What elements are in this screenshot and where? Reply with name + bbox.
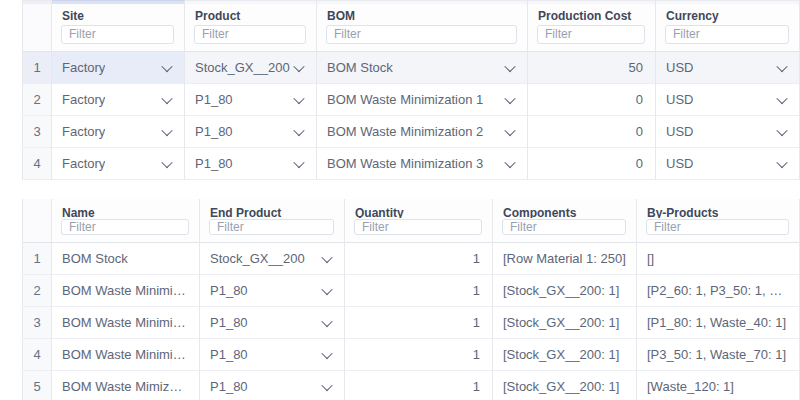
chevron-down-icon[interactable] xyxy=(321,251,332,262)
name-cell[interactable]: BOM Waste Minimizati... xyxy=(52,275,200,307)
production-cost-cell[interactable]: 0 xyxy=(528,84,656,116)
end-product-cell[interactable]: P1_80 xyxy=(200,275,345,307)
by-products-filter-input[interactable] xyxy=(646,219,789,235)
column-header-site: Site xyxy=(52,4,185,52)
chevron-down-icon[interactable] xyxy=(776,156,787,167)
currency-cell[interactable]: USD xyxy=(656,116,800,148)
chevron-down-icon[interactable] xyxy=(161,92,172,103)
end-product-cell[interactable]: P1_80 xyxy=(200,339,345,371)
bom-value: BOM Stock xyxy=(327,60,393,75)
chevron-down-icon[interactable] xyxy=(161,124,172,135)
quantity-cell[interactable]: 1 xyxy=(345,307,493,339)
row-number[interactable]: 2 xyxy=(22,84,52,116)
end-product-cell[interactable]: Stock_GX__200 xyxy=(200,243,345,275)
chevron-down-icon[interactable] xyxy=(321,347,332,358)
column-label-end-product: End Product xyxy=(200,199,344,218)
by-products-cell[interactable]: [] xyxy=(637,243,800,275)
row-number[interactable]: 5 xyxy=(22,371,52,400)
chevron-down-icon[interactable] xyxy=(776,60,787,71)
components-cell[interactable]: [Stock_GX__200: 1] xyxy=(493,339,637,371)
currency-cell[interactable]: USD xyxy=(656,52,800,84)
column-header-components: Components xyxy=(493,199,637,243)
chevron-down-icon[interactable] xyxy=(293,124,304,135)
by-products-cell[interactable]: [P3_50: 1, Waste_70: 1] xyxy=(637,339,800,371)
production-cost-cell[interactable]: 0 xyxy=(528,116,656,148)
by-products-cell[interactable]: [P1_80: 1, Waste_40: 1] xyxy=(637,307,800,339)
end-product-value: P1_80 xyxy=(210,347,248,362)
by-products-value: [Waste_120: 1] xyxy=(647,379,734,394)
product-cell[interactable]: P1_80 xyxy=(185,116,317,148)
production-cost-filter-input[interactable] xyxy=(537,25,645,44)
chevron-down-icon[interactable] xyxy=(776,92,787,103)
chevron-down-icon[interactable] xyxy=(161,156,172,167)
site-cell[interactable]: Factory xyxy=(52,84,185,116)
name-value: BOM Stock xyxy=(62,251,128,266)
site-cell[interactable]: Factory xyxy=(52,116,185,148)
end-product-cell[interactable]: P1_80 xyxy=(200,307,345,339)
production-cost-cell[interactable]: 0 xyxy=(528,148,656,180)
row-number[interactable]: 4 xyxy=(22,148,52,180)
bom-cell[interactable]: BOM Waste Minimization 3 xyxy=(317,148,528,180)
product-filter-input[interactable] xyxy=(194,25,306,44)
name-cell[interactable]: BOM Stock xyxy=(52,243,200,275)
column-label-components: Components xyxy=(493,199,636,218)
currency-cell[interactable]: USD xyxy=(656,84,800,116)
product-cell[interactable]: P1_80 xyxy=(185,84,317,116)
components-filter-input[interactable] xyxy=(502,219,626,235)
chevron-down-icon[interactable] xyxy=(293,92,304,103)
site-filter-input[interactable] xyxy=(61,25,174,44)
quantity-cell[interactable]: 1 xyxy=(345,275,493,307)
end-product-filter-input[interactable] xyxy=(209,219,334,235)
row-number[interactable]: 1 xyxy=(22,243,52,275)
production-cost-cell[interactable]: 50 xyxy=(528,52,656,84)
components-cell[interactable]: [Stock_GX__200: 1] xyxy=(493,307,637,339)
chevron-down-icon[interactable] xyxy=(776,124,787,135)
quantity-filter-input[interactable] xyxy=(354,219,482,235)
row-number[interactable]: 1 xyxy=(22,52,52,84)
bom-value: BOM Waste Minimization 1 xyxy=(327,92,483,107)
currency-filter-input[interactable] xyxy=(665,25,789,44)
name-value: BOM Waste Minimizati... xyxy=(62,347,189,362)
chevron-down-icon[interactable] xyxy=(321,379,332,390)
product-value: P1_80 xyxy=(195,92,233,107)
product-cell[interactable]: P1_80 xyxy=(185,148,317,180)
column-header-name: Name xyxy=(52,199,200,243)
quantity-cell[interactable]: 1 xyxy=(345,339,493,371)
quantity-cell[interactable]: 1 xyxy=(345,371,493,400)
row-number[interactable]: 3 xyxy=(22,307,52,339)
end-product-value: P1_80 xyxy=(210,379,248,394)
by-products-cell[interactable]: [Waste_120: 1] xyxy=(637,371,800,400)
components-cell[interactable]: [Stock_GX__200: 1] xyxy=(493,371,637,400)
chevron-down-icon[interactable] xyxy=(293,156,304,167)
name-cell[interactable]: BOM Waste Mimization... xyxy=(52,371,200,400)
bom-filter-input[interactable] xyxy=(326,25,517,44)
name-filter-input[interactable] xyxy=(61,219,189,235)
chevron-down-icon[interactable] xyxy=(504,92,515,103)
components-cell[interactable]: [Row Material 1: 250] xyxy=(493,243,637,275)
currency-cell[interactable]: USD xyxy=(656,148,800,180)
site-cell[interactable]: Factory xyxy=(52,52,185,84)
chevron-down-icon[interactable] xyxy=(321,283,332,294)
row-number[interactable]: 4 xyxy=(22,339,52,371)
chevron-down-icon[interactable] xyxy=(161,60,172,71)
chevron-down-icon[interactable] xyxy=(321,315,332,326)
components-value: [Stock_GX__200: 1] xyxy=(503,347,619,362)
name-cell[interactable]: BOM Waste Minimizati... xyxy=(52,339,200,371)
chevron-down-icon[interactable] xyxy=(504,60,515,71)
chevron-down-icon[interactable] xyxy=(504,124,515,135)
quantity-cell[interactable]: 1 xyxy=(345,243,493,275)
product-cell[interactable]: Stock_GX__200 xyxy=(185,52,317,84)
bom-cell[interactable]: BOM Waste Minimization 2 xyxy=(317,116,528,148)
bom-cell[interactable]: BOM Stock xyxy=(317,52,528,84)
table-row: 3 Factory P1_80 BOM Waste Minimization 2… xyxy=(22,116,800,148)
name-cell[interactable]: BOM Waste Minimizati... xyxy=(52,307,200,339)
row-number[interactable]: 2 xyxy=(22,275,52,307)
site-cell[interactable]: Factory xyxy=(52,148,185,180)
row-number[interactable]: 3 xyxy=(22,116,52,148)
bom-cell[interactable]: BOM Waste Minimization 1 xyxy=(317,84,528,116)
by-products-cell[interactable]: [P2_60: 1, P3_50: 1, Wa... xyxy=(637,275,800,307)
chevron-down-icon[interactable] xyxy=(504,156,515,167)
end-product-cell[interactable]: P1_80 xyxy=(200,371,345,400)
chevron-down-icon[interactable] xyxy=(293,60,304,71)
components-cell[interactable]: [Stock_GX__200: 1] xyxy=(493,275,637,307)
